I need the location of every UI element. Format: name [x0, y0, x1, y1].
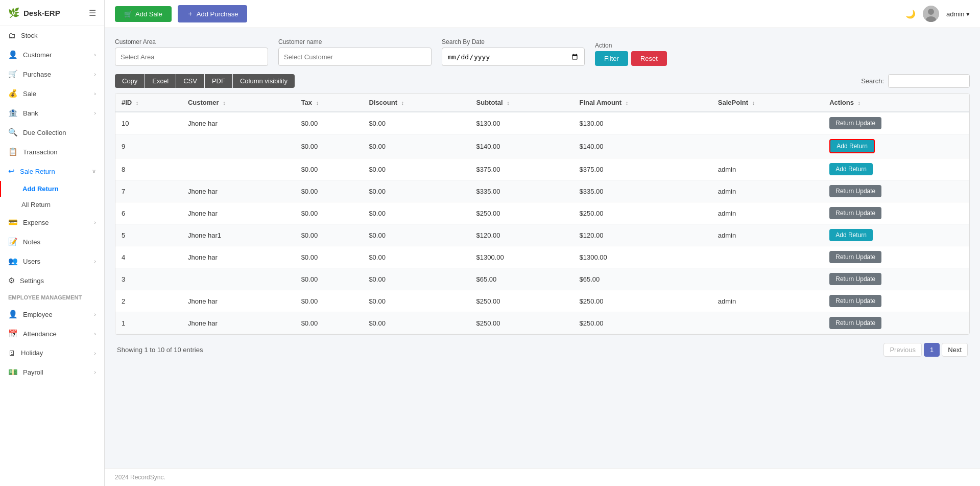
sidebar-item-bank[interactable]: 🏦 Bank › — [0, 103, 104, 123]
customer-area-label: Customer Area — [115, 38, 268, 45]
logo-area: 🌿 Desk-ERP ☰ — [0, 0, 104, 26]
reset-button[interactable]: Reset — [631, 51, 667, 66]
app-name: Desk-ERP — [23, 9, 60, 17]
customer-area-input[interactable] — [115, 48, 268, 66]
sidebar-item-payroll[interactable]: 💵 Payroll › — [0, 362, 104, 382]
col-final-amount[interactable]: Final Amount ↕ — [573, 94, 712, 112]
cell-customer — [182, 158, 295, 180]
add-return-button[interactable]: Add Return — [829, 229, 873, 241]
sidebar-item-label: Payroll — [23, 368, 94, 376]
sidebar-item-purchase[interactable]: 🛒 Purchase › — [0, 64, 104, 84]
cell-final-amount: $120.00 — [573, 224, 712, 246]
bank-icon: 🏦 — [8, 108, 18, 118]
sidebar-item-label: Employee — [23, 311, 94, 318]
col-discount[interactable]: Discount ↕ — [363, 94, 470, 112]
cell-id: 10 — [115, 112, 182, 134]
col-actions[interactable]: Actions ↕ — [823, 94, 969, 112]
cell-tax: $0.00 — [295, 224, 363, 246]
col-id[interactable]: #ID ↕ — [115, 94, 182, 112]
table-row: 9 $0.00 $0.00 $140.00 $140.00 Add Return — [115, 134, 969, 158]
table-row: 1 Jhone har $0.00 $0.00 $250.00 $250.00 … — [115, 312, 969, 334]
logo-icon: 🌿 — [8, 7, 19, 18]
customer-area-group: Customer Area — [115, 38, 268, 66]
pdf-button[interactable]: PDF — [205, 74, 232, 88]
table-toolbar: Copy Excel CSV PDF Column visibility Sea… — [115, 74, 970, 88]
date-input[interactable] — [442, 48, 585, 66]
cell-salepoint: admin — [712, 290, 823, 312]
cell-final-amount: $1300.00 — [573, 246, 712, 268]
return-update-button[interactable]: Return Update — [829, 185, 881, 197]
col-subtotal[interactable]: Subtotal ↕ — [470, 94, 573, 112]
search-input[interactable] — [888, 74, 970, 88]
admin-label[interactable]: admin ▾ — [946, 10, 970, 18]
sidebar-item-notes[interactable]: 📝 Notes — [0, 232, 104, 251]
col-customer[interactable]: Customer ↕ — [182, 94, 295, 112]
excel-button[interactable]: Excel — [145, 74, 176, 88]
return-update-button[interactable]: Return Update — [829, 273, 881, 285]
return-update-button[interactable]: Return Update — [829, 317, 881, 329]
cell-subtotal: $250.00 — [470, 312, 573, 334]
cell-discount: $0.00 — [363, 312, 470, 334]
cell-customer — [182, 134, 295, 158]
pagination: Previous 1 Next — [883, 343, 968, 357]
sidebar-item-expense[interactable]: 💳 Expense › — [0, 213, 104, 232]
sidebar-item-users[interactable]: 👥 Users › — [0, 251, 104, 271]
sidebar-item-sale-return[interactable]: ↩ Sale Return ∨ — [0, 161, 104, 181]
cell-discount: $0.00 — [363, 112, 470, 134]
return-update-button[interactable]: Return Update — [829, 251, 881, 263]
sidebar-item-customer[interactable]: 👤 Customer › — [0, 45, 104, 64]
return-update-button[interactable]: Return Update — [829, 295, 881, 307]
plus-icon: ＋ — [187, 9, 194, 18]
notes-icon: 📝 — [8, 237, 18, 246]
next-button[interactable]: Next — [942, 343, 968, 357]
hamburger-icon[interactable]: ☰ — [89, 8, 96, 18]
cell-id: 9 — [115, 134, 182, 158]
table-row: 5 Jhone har1 $0.00 $0.00 $120.00 $120.00… — [115, 224, 969, 246]
return-update-button[interactable]: Return Update — [829, 117, 881, 129]
col-tax[interactable]: Tax ↕ — [295, 94, 363, 112]
return-update-button[interactable]: Return Update — [829, 207, 881, 219]
table-row: 4 Jhone har $0.00 $0.00 $1300.00 $1300.0… — [115, 246, 969, 268]
filter-button[interactable]: Filter — [595, 51, 628, 66]
cell-final-amount: $250.00 — [573, 312, 712, 334]
sidebar-item-employee[interactable]: 👤 Employee › — [0, 305, 104, 324]
cell-subtotal: $120.00 — [470, 224, 573, 246]
add-return-button[interactable]: Add Return — [829, 163, 873, 175]
sidebar-item-stock[interactable]: 🗂 Stock — [0, 26, 104, 45]
moon-icon[interactable]: 🌙 — [905, 9, 916, 19]
add-purchase-button[interactable]: ＋ Add Purchase — [178, 5, 248, 22]
pagination-row: Showing 1 to 10 of 10 entries Previous 1… — [115, 338, 970, 362]
add-sale-label: Add Sale — [135, 10, 162, 18]
cell-tax: $0.00 — [295, 202, 363, 224]
sidebar-item-holiday[interactable]: 🗓 Holiday › — [0, 343, 104, 362]
sidebar-item-due-collection[interactable]: 🔍 Due Collection — [0, 123, 104, 142]
add-return-button[interactable]: Add Return — [829, 139, 875, 153]
customer-name-group: Customer name — [278, 38, 432, 66]
sidebar-item-settings[interactable]: ⚙ Settings — [0, 271, 104, 290]
sidebar-item-sale[interactable]: 💰 Sale › — [0, 84, 104, 103]
cell-discount: $0.00 — [363, 290, 470, 312]
sidebar-subitem-all-return[interactable]: All Return — [0, 197, 104, 213]
customer-name-input[interactable] — [278, 48, 432, 66]
sort-icon: ↕ — [136, 100, 139, 106]
cell-actions: Return Update — [823, 112, 969, 134]
sidebar-item-label: Holiday — [21, 349, 94, 357]
previous-button[interactable]: Previous — [883, 343, 922, 357]
add-sale-button[interactable]: 🛒 Add Sale — [115, 6, 172, 22]
sidebar-item-transaction[interactable]: 📋 Transaction — [0, 142, 104, 161]
page-1-button[interactable]: 1 — [924, 343, 940, 357]
csv-button[interactable]: CSV — [176, 74, 204, 88]
cell-actions: Return Update — [823, 180, 969, 202]
cell-id: 4 — [115, 246, 182, 268]
copy-button[interactable]: Copy — [115, 74, 145, 88]
sidebar-item-label: Users — [23, 258, 94, 265]
cell-salepoint — [712, 312, 823, 334]
chevron-right-icon: › — [94, 331, 96, 337]
cell-discount: $0.00 — [363, 134, 470, 158]
column-visibility-button[interactable]: Column visibility — [233, 74, 295, 88]
sidebar-item-attendance[interactable]: 📅 Attendance › — [0, 324, 104, 343]
sidebar-subitem-add-return[interactable]: Add Return — [0, 181, 104, 197]
cell-salepoint: admin — [712, 224, 823, 246]
col-salepoint[interactable]: SalePoint ↕ — [712, 94, 823, 112]
cell-id: 1 — [115, 312, 182, 334]
